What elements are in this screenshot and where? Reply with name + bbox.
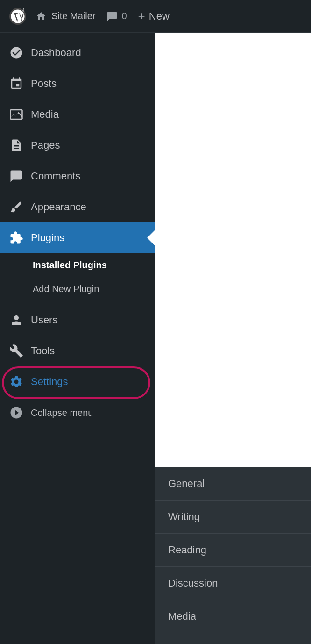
posts-label: Posts (31, 78, 57, 90)
settings-submenu-media[interactable]: Media (155, 600, 311, 633)
settings-submenu-general[interactable]: General (155, 467, 311, 501)
media-icon (9, 107, 23, 122)
main-layout: Dashboard Posts Media Pages (0, 33, 311, 644)
appearance-label: Appearance (31, 201, 86, 213)
sidebar-item-plugins[interactable]: Plugins (0, 222, 155, 253)
content-area: General Writing Reading Discussion Media… (155, 33, 311, 644)
dashboard-label: Dashboard (31, 47, 81, 59)
pages-label: Pages (31, 139, 60, 151)
admin-bar-site[interactable]: Site Mailer (35, 11, 95, 22)
settings-submenu-reading[interactable]: Reading (155, 534, 311, 567)
main-content (155, 33, 311, 467)
sidebar-item-comments[interactable]: Comments (0, 161, 155, 192)
add-new-plugin-item[interactable]: Add New Plugin (0, 277, 155, 301)
sidebar-item-posts[interactable]: Posts (0, 68, 155, 99)
site-name: Site Mailer (51, 11, 95, 21)
plugins-submenu: Installed Plugins Add New Plugin (0, 253, 155, 305)
plugins-icon (9, 231, 23, 245)
settings-submenu: General Writing Reading Discussion Media… (155, 467, 311, 644)
comments-icon (9, 169, 23, 183)
collapse-label: Collapse menu (31, 408, 93, 418)
wp-logo[interactable] (7, 6, 28, 27)
comments-count: 0 (121, 11, 127, 21)
new-label: New (149, 10, 170, 22)
installed-plugins-item[interactable]: Installed Plugins (0, 253, 155, 277)
settings-submenu-discussion[interactable]: Discussion (155, 567, 311, 600)
collapse-menu[interactable]: Collapse menu (0, 397, 155, 428)
settings-icon (9, 375, 23, 389)
settings-circle-annotation (2, 366, 150, 399)
tools-icon (9, 344, 23, 358)
posts-icon (9, 77, 23, 91)
sidebar-item-dashboard[interactable]: Dashboard (0, 37, 155, 68)
pages-icon (9, 138, 23, 152)
admin-bar: Site Mailer 0 + New (0, 0, 311, 33)
sidebar-item-appearance[interactable]: Appearance (0, 192, 155, 222)
sidebar-item-media[interactable]: Media (0, 99, 155, 130)
users-label: Users (31, 314, 57, 326)
settings-submenu-writing[interactable]: Writing (155, 501, 311, 534)
sidebar-item-settings[interactable]: Settings (0, 366, 155, 397)
collapse-icon (9, 406, 23, 420)
admin-bar-comments[interactable]: 0 (106, 11, 127, 22)
tools-label: Tools (31, 345, 55, 357)
plugins-label: Plugins (31, 232, 64, 244)
admin-bar-new[interactable]: + New (138, 9, 170, 23)
sidebar-item-users[interactable]: Users (0, 305, 155, 336)
settings-label: Settings (31, 376, 68, 388)
media-label: Media (31, 108, 59, 121)
comments-label: Comments (31, 170, 80, 182)
users-icon (9, 313, 23, 327)
sidebar: Dashboard Posts Media Pages (0, 33, 155, 644)
dashboard-icon (9, 46, 23, 60)
settings-submenu-permalinks[interactable]: Permalinks (155, 633, 311, 644)
sidebar-item-pages[interactable]: Pages (0, 130, 155, 161)
appearance-icon (9, 200, 23, 214)
plugins-arrow (147, 229, 156, 246)
sidebar-item-tools[interactable]: Tools (0, 336, 155, 366)
